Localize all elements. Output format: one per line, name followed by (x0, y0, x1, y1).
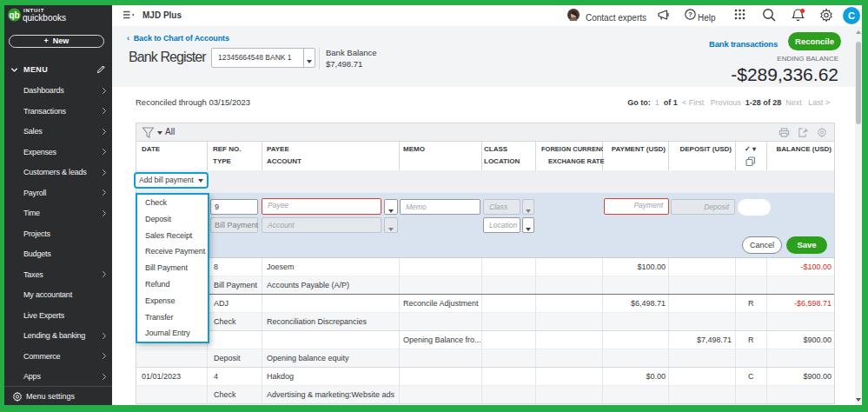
svg-text:qb: qb (9, 10, 19, 20)
svg-text:?: ? (688, 10, 692, 18)
svg-text:quickbooks: quickbooks (23, 13, 66, 23)
